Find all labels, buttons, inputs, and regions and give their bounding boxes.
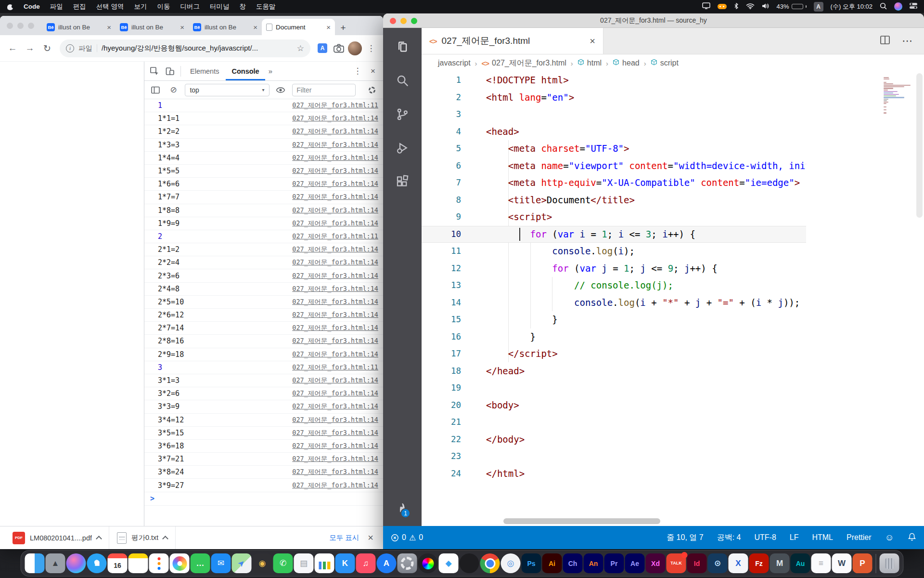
console-source-link[interactable]: 027_제어문_for3.html:14 (292, 350, 378, 359)
code-text[interactable]: <meta http-equiv="X-UA-Compatible" conte… (482, 174, 800, 192)
new-tab-button[interactable]: + (337, 21, 349, 35)
tab-console[interactable]: Console (226, 62, 265, 80)
volume-icon[interactable] (762, 3, 770, 11)
console-source-link[interactable]: 027_제어문_for3.html:14 (292, 206, 378, 215)
language-mode[interactable]: HTML (812, 533, 833, 542)
problems-indicator[interactable]: 0 ⚠ 0 (391, 533, 423, 542)
code-text[interactable]: console.log(i); (482, 243, 635, 260)
code-text[interactable]: <title>Document</title> (482, 192, 635, 209)
code-text[interactable] (482, 380, 486, 397)
zoom-window-button[interactable] (28, 23, 34, 29)
dock-item-character-animator[interactable]: Ch (563, 553, 583, 573)
chrome-tab-3[interactable]: Bēillust on Be× (189, 19, 262, 35)
siri-icon[interactable] (894, 2, 902, 11)
tab-close-icon[interactable]: × (326, 23, 331, 31)
dock-item-siri[interactable] (66, 553, 86, 573)
dock-item-filezilla[interactable]: Fz (749, 553, 769, 573)
dock-item-maps[interactable]: ➤ (232, 553, 252, 573)
minimize-window-button[interactable] (17, 23, 24, 29)
console-source-link[interactable]: 027_제어문_for3.html:14 (292, 258, 378, 267)
dock-item-black-circle-app[interactable] (460, 553, 479, 573)
console-source-link[interactable]: 027_제어문_for3.html:14 (292, 298, 378, 306)
menu-item-2[interactable]: 편집 (73, 2, 86, 11)
tab-close-icon[interactable]: × (180, 23, 184, 31)
editor-tab[interactable]: <> 027_제어문_for3.html × (422, 28, 603, 54)
chrome-menu-icon[interactable]: ⋮ (364, 41, 378, 55)
breadcrumb-item-javascript[interactable]: javascript (438, 59, 471, 67)
console-source-link[interactable]: 027_제어문_for3.html:14 (292, 154, 378, 162)
dock-item-audition[interactable]: Au (791, 553, 810, 573)
reload-button[interactable]: ↻ (39, 40, 55, 56)
chrome-tab-4[interactable]: Document× (262, 19, 335, 35)
chrome-tab-1[interactable]: Bēillust on Be× (42, 19, 116, 35)
input-source-badge[interactable]: A (814, 2, 823, 12)
dock-item-illustrator[interactable]: Ai (542, 553, 562, 573)
close-window-button[interactable] (7, 23, 13, 29)
code-text[interactable]: } (482, 311, 558, 328)
wifi-icon[interactable] (746, 3, 755, 11)
explorer-icon[interactable] (394, 39, 411, 55)
tab-close-icon[interactable]: × (253, 23, 257, 31)
console-source-link[interactable]: 027_제어문_for3.html:14 (292, 219, 378, 228)
breadcrumb-item-head[interactable]: head (613, 59, 640, 67)
code-text[interactable]: <body> (482, 397, 519, 414)
dock-item-trash[interactable] (880, 553, 899, 573)
console-source-link[interactable]: 027_제어문_for3.html:14 (292, 245, 378, 254)
battery-indicator[interactable]: 43% (777, 3, 807, 10)
console-prompt[interactable]: > (144, 492, 383, 506)
page-viewport[interactable] (0, 62, 144, 526)
console-source-link[interactable]: 027_제어문_for3.html:14 (292, 402, 378, 411)
dock-item-system-settings[interactable] (398, 553, 417, 573)
console-source-link[interactable]: 027_제어문_for3.html:11 (292, 232, 378, 241)
dock-item-paint-app[interactable]: ◆ (439, 553, 459, 573)
feedback-smiley-icon[interactable]: ☺ (885, 532, 894, 543)
dock-item-xd[interactable]: Xd (646, 553, 666, 573)
dock-item-magnifier-app[interactable]: ⊙ (708, 553, 728, 573)
console-source-link[interactable]: 027_제어문_for3.html:14 (292, 324, 378, 332)
dock-item-indesign[interactable]: Id (687, 553, 707, 573)
dock-item-x-app[interactable]: X (729, 553, 748, 573)
console-source-link[interactable]: 027_제어문_for3.html:14 (292, 311, 378, 319)
formatter[interactable]: Prettier (847, 533, 872, 542)
live-expression-eye-icon[interactable] (274, 83, 288, 97)
dock-item-white-circle-app[interactable]: ◎ (501, 553, 521, 573)
dock-item-contacts[interactable]: ▤ (294, 553, 314, 573)
console-source-link[interactable]: 027_제어문_for3.html:14 (292, 455, 378, 463)
device-toolbar-icon[interactable] (163, 64, 177, 79)
dock-item-mail[interactable]: ✉ (211, 553, 231, 573)
chrome-tab-2[interactable]: Bēillust on Be× (116, 19, 189, 35)
dock-item-after-effects[interactable]: Ae (625, 553, 645, 573)
download-item-txt[interactable]: 평가0.txt (109, 526, 176, 549)
dock-item-messages[interactable]: … (191, 553, 210, 573)
zoom-window-button[interactable] (411, 18, 417, 24)
console-source-link[interactable]: 027_제어문_for3.html:14 (292, 114, 378, 123)
apple-menu-icon[interactable] (7, 3, 13, 11)
console-settings-gear-icon[interactable] (365, 83, 379, 97)
source-control-icon[interactable] (394, 106, 411, 122)
horizontal-scrollbar[interactable] (503, 518, 660, 524)
dock-item-launchpad[interactable]: ▲ (46, 553, 65, 573)
downloads-bar-close-icon[interactable]: × (368, 532, 373, 543)
more-actions-icon[interactable]: ⋯ (902, 35, 912, 47)
code-text[interactable]: <head> (482, 123, 519, 141)
tab-close-icon[interactable]: × (590, 36, 595, 47)
console-source-link[interactable]: 027_제어문_for3.html:14 (292, 193, 378, 201)
console-source-link[interactable]: 027_제어문_for3.html:14 (292, 481, 378, 490)
devtools-menu-icon[interactable]: ⋮ (350, 64, 365, 79)
console-source-link[interactable]: 027_제어문_for3.html:14 (292, 337, 378, 345)
code-text[interactable] (482, 448, 486, 465)
show-all-downloads-button[interactable]: 모두 표시 (324, 533, 364, 542)
code-text[interactable]: </html> (482, 465, 525, 483)
dock-item-finder[interactable] (25, 553, 45, 573)
dock-item-color-wheel[interactable] (418, 553, 438, 573)
tab-close-icon[interactable]: × (107, 23, 111, 31)
camera-icon[interactable] (332, 41, 346, 55)
display-icon[interactable] (702, 2, 710, 11)
code-text[interactable]: // console.log(j); (482, 277, 673, 294)
menu-item-7[interactable]: 터미널 (210, 2, 230, 11)
split-editor-icon[interactable] (880, 35, 890, 47)
dock-item-word-app[interactable]: W (832, 553, 852, 573)
console-source-link[interactable]: 027_제어문_for3.html:14 (292, 167, 378, 175)
close-window-button[interactable] (390, 18, 396, 24)
extensions-icon[interactable] (394, 173, 411, 190)
